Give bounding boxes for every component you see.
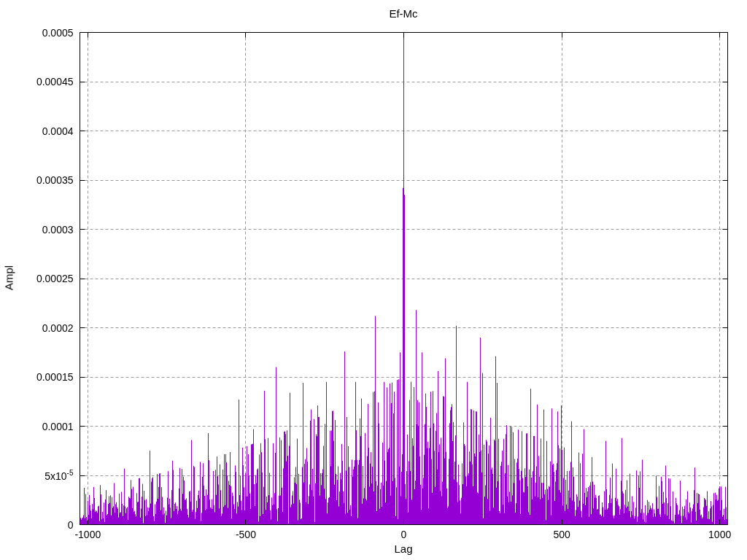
x-axis-label: Lag: [80, 542, 727, 555]
y-tick-label: 0.0005: [42, 27, 74, 39]
x-tick-label: 500: [553, 529, 570, 540]
y-tick-label: 0.0001: [42, 421, 74, 432]
y-tick-label: 0.00015: [36, 371, 74, 383]
gnuplot-chart-window: Ef-Mc Ampl Lag 05x10-50.00010.000150.000…: [0, 0, 747, 560]
y-tick-label: 0.00045: [36, 76, 74, 88]
chart-title: Ef-Mc: [80, 7, 727, 20]
x-tick-label: 0: [401, 529, 407, 540]
y-tick-label: 0.00035: [36, 174, 74, 186]
y-axis-label: Ampl: [3, 265, 15, 290]
y-tick-label: 0: [68, 519, 74, 531]
correlation-plot-canvas: [0, 0, 747, 560]
x-tick-label: 1000: [708, 529, 731, 540]
x-tick-label: -500: [236, 529, 256, 540]
y-tick-label: 0.0004: [42, 125, 74, 137]
y-tick-label: 5x10-5: [44, 469, 73, 482]
y-tick-label: 0.0003: [42, 224, 74, 236]
x-tick-label: -1000: [74, 529, 101, 540]
y-tick-label: 0.00025: [36, 273, 74, 284]
y-tick-label: 0.0002: [42, 322, 74, 334]
